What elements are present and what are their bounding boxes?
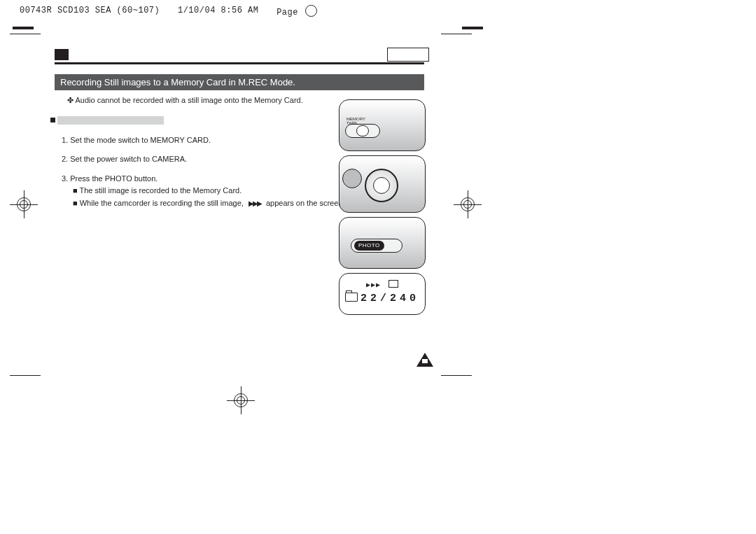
color-bar-right: [462, 27, 483, 29]
crop-mark: [10, 34, 41, 34]
page-circle-icon: [305, 5, 317, 17]
tab-indicator-dark: [55, 49, 69, 60]
doc-id: 00743R SCD103 SEA (60~107): [20, 6, 160, 15]
registration-mark-icon: [227, 386, 255, 414]
display-counter-row: 22/240: [340, 292, 425, 304]
card-icon: [388, 280, 398, 288]
power-dial-icon: [365, 169, 398, 202]
warning-triangle-icon: [416, 353, 433, 367]
section-title-bar: Recording Still images to a Memory Card …: [55, 74, 424, 90]
mode-switch-knob: [356, 125, 369, 136]
camcorder-body-icon: [342, 169, 362, 188]
page-number-box: [387, 48, 429, 62]
recording-arrows-icon: ▶▶▶: [366, 281, 381, 289]
imposition-header: 00743R SCD103 SEA (60~107) 1/10/04 8:56 …: [20, 3, 317, 17]
display-panel: ▶▶▶ 22/240: [340, 274, 425, 304]
crop-mark: [441, 34, 472, 34]
display-recording-icons: ▶▶▶: [340, 279, 425, 289]
figure-photo-button: PHOTO: [339, 217, 426, 269]
figure-mode-switch: MEMORY TAPE CARD: [339, 99, 426, 151]
imposition-timestamp: 1/10/04 8:56 AM: [178, 6, 259, 15]
display-counter: 22/240: [360, 293, 419, 304]
crop-mark: [10, 375, 41, 376]
manual-page: 00743R SCD103 SEA (60~107) 1/10/04 8:56 …: [0, 0, 756, 534]
color-bar-left: [13, 27, 34, 29]
crop-mark: [441, 375, 472, 376]
folder-icon: [345, 293, 358, 302]
top-rule: [55, 62, 424, 64]
imposition-page-label: Page: [276, 3, 317, 17]
photo-button-label: PHOTO: [354, 241, 384, 251]
photo-button-icon: PHOTO: [351, 239, 402, 253]
registration-mark-icon: [454, 190, 482, 218]
note-text: Audio cannot be recorded with a still im…: [75, 96, 302, 104]
section-title: Recording Still images to a Memory Card …: [60, 77, 295, 87]
figure-power-dial: [339, 155, 426, 213]
registration-mark-icon: [10, 190, 38, 218]
figure-screen-display: ▶▶▶ 22/240: [339, 273, 426, 315]
sub-heading-placeholder: [57, 116, 164, 125]
recording-indicator-icon: ▶▶▶: [248, 198, 261, 209]
header-tabs: [55, 49, 438, 60]
figure-column: MEMORY TAPE CARD PHOTO ▶▶▶: [339, 99, 430, 319]
